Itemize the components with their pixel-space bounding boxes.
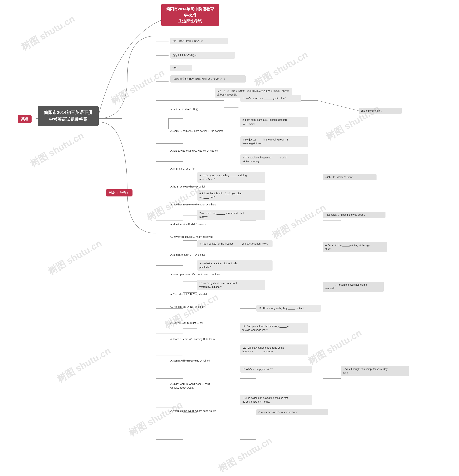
q1-text: 1．—Do you know ______ girl in blue？ (242, 97, 287, 100)
q2-text-box: 2. I am sorry I am late . I should get h… (240, 117, 309, 127)
q2-options: A. early B. earlier C. more earlier D. t… (170, 129, 223, 133)
root-label: 英语 (21, 117, 28, 121)
subject-line2: 中考英语试题带答案 (49, 117, 87, 122)
root-node: 英语 (18, 115, 32, 123)
questions-box: 题号 Ⅰ Ⅱ Ⅲ Ⅳ Ⅴ Ⅵ总分 (170, 52, 235, 59)
q9-text: 9.—What a beautiful picture！Whopainted i… (199, 262, 238, 269)
q4-options: A. in B. on C. at D. for (170, 167, 195, 171)
section1-box: I.单项填空(共15小题;每小题1分，满分15分) (170, 75, 246, 83)
q5-text-box: 5．—Do you know the boy _____ is sittingn… (197, 172, 265, 183)
q12-text: 12. Can you tell me the best way _____ a… (242, 325, 289, 332)
q3-text: 3. My jacket_____ in the reading room . … (242, 138, 288, 145)
title-node: 简阳市2014年高中阶段教育学校招 生适应性考试 (161, 4, 219, 26)
watermark-12: 树图 shutu.cn (306, 327, 364, 368)
q14-options: A. didn't work B. won't work C. can'twor… (170, 382, 210, 390)
q5-text: 5．—Do you know the boy _____ is sittingn… (199, 174, 247, 181)
title-line1: 简阳市2014年高中阶段教育学校招 (166, 7, 214, 17)
q13-options: A. rain B. will rain C. rains D. rained (170, 359, 210, 363)
q14-text-box: 14.—"Can I help you, sir ?" (240, 366, 312, 373)
q11-options: A. can't B. can C. must D. will (170, 321, 203, 325)
watermark-2: 树图 shutu.cn (108, 67, 167, 108)
q11-text-box: 11. After a long walk, they _____ be tir… (256, 305, 321, 312)
watermark-1: 树图 shutu.cn (19, 13, 77, 54)
watermark-11: 树图 shutu.cn (270, 201, 328, 242)
subject-line1: 简阳市2014初三英语下册 (44, 110, 92, 115)
name-node: 姓名： 学号： (106, 189, 133, 196)
section1-label: I.单项填空(共15小题;每小题1分，满分15分) (173, 77, 225, 80)
q7-text: 7.— Helen, we ______ your report . Is it… (199, 212, 244, 218)
q7-options1: A. don't receive B. didn't receive (170, 222, 206, 226)
q9-text-box: 9.—What a beautiful picture！Whopainted i… (197, 260, 273, 271)
score-text: 得分 (173, 66, 177, 69)
q15-options: A.where did he live B. where does he liv… (170, 409, 216, 413)
q1-text-box: 1．—Do you know ______ girl in blue？ (240, 95, 301, 102)
watermark-7: 树图 shutu.cn (55, 345, 113, 386)
q13-text: 13. I will stay at home and read someboo… (242, 346, 284, 353)
q6-text-box: 6. I don't like this shirt. Could you gi… (197, 190, 265, 201)
q11-text: 11. After a long walk, they _____ be tir… (259, 307, 305, 310)
questions-text: 题号 Ⅰ Ⅱ Ⅲ Ⅳ Ⅴ Ⅵ总分 (173, 54, 197, 57)
q8-text-box: 8. You'll be late for the first bus ____… (197, 240, 273, 247)
q10-text: 10. — Betty didn't come to schoolyesterd… (199, 282, 237, 288)
q8-text: 8. You'll be late for the first bus ____… (199, 242, 268, 245)
q12-options: A. learn B. learns C. learning D. to lea… (170, 337, 215, 341)
title-line2: 生适应性考试 (178, 19, 202, 23)
q15-text-box: 15.The policeman asked the child so that… (240, 395, 312, 405)
name-label: 姓名： 学号： (109, 191, 129, 195)
watermark-13: 树图 shutu.cn (216, 434, 274, 475)
q7-text-box: 7.— Helen, we ______ your report . Is it… (197, 210, 265, 220)
watermark-5: 树图 shutu.cn (46, 237, 104, 278)
watermark-8: 树图 shutu.cn (126, 399, 185, 439)
q3-text-box: 3. My jacket_____ in the reading room . … (240, 136, 309, 147)
watermark-6: 树图 shutu.cn (162, 291, 221, 332)
watermark-3: 树图 shutu.cn (28, 129, 86, 170)
q12-text-box: 12. Can you tell me the best way _____ a… (240, 323, 309, 333)
q10-answer: —_____ . Though she was not feelingvery … (323, 282, 384, 292)
score-time-text: 总分: 100分 时间：120分钟 (173, 40, 203, 42)
mind-map: 简阳市2014年高中阶段教育学校招 生适应性考试 英语 简阳市2014初三英语下… (0, 0, 459, 476)
connector-lines (0, 0, 459, 476)
q6-options: A. another B. other C. the other D. othe… (170, 203, 216, 206)
q7-answer: —It's ready . I'll send it to you soon . (323, 212, 385, 218)
svg-line-12 (317, 101, 359, 111)
score-time-box: 总分: 100分 时间：120分钟 (170, 38, 228, 44)
q13-text-box: 13. I will stay at home and read someboo… (240, 344, 309, 355)
q5-answer: —Oh! He is Peter's friend . (323, 174, 376, 180)
q14-answer: —'Yes. I bought this computer yesterday,… (341, 366, 409, 376)
q4-text-box: 4. The accident happened _____ a coldwin… (240, 154, 309, 165)
q15-text: 15.The policeman asked the child so that… (242, 397, 288, 403)
q9-options: A. took up B. took off C. took over D. t… (170, 273, 220, 276)
q14-text: 14.—"Can I help you, sir ?" (242, 368, 273, 371)
score-box: 得分 (170, 65, 192, 71)
q7-options2: C. haven't received D. hadn't received (170, 235, 213, 239)
q10-options2: C. No, she did D. No, she didn't (170, 305, 206, 309)
watermark-layer: 树图 shutu.cn 树图 shutu.cn 树图 shutu.cn 树图 s… (0, 0, 459, 476)
q6-text: 6. I don't like this shirt. Could you gi… (199, 192, 242, 199)
subject-node: 简阳市2014初三英语下册 中考英语试题带答案 (38, 106, 99, 126)
q1-answer: She is my monitor . (359, 108, 402, 114)
watermark-9: 树图 shutu.cn (252, 49, 310, 90)
q15-answer: C.where he lived D. where he lives (256, 409, 328, 415)
q8-answer: — Jack did. He _____painting at the ageo… (323, 242, 387, 252)
q4-text: 4. The accident happened _____ a coldwin… (242, 156, 286, 163)
q3-options: A. left B. was leaving C. was left D. ha… (170, 149, 218, 153)
q5-options: A. he B. who C. whom D. which (170, 185, 206, 188)
q1-options: A. a B. an C. the D. 不填 (170, 108, 198, 111)
q10-text-box: 10. — Betty didn't come to schoolyesterd… (197, 280, 265, 290)
q10-options1: A. Yes, she didn't B. Yes, she did (170, 292, 207, 296)
q2-text: 2. I am sorry I am late . I should get h… (242, 119, 287, 125)
q8-options: A. and B. though C. if D. unless (170, 253, 205, 257)
